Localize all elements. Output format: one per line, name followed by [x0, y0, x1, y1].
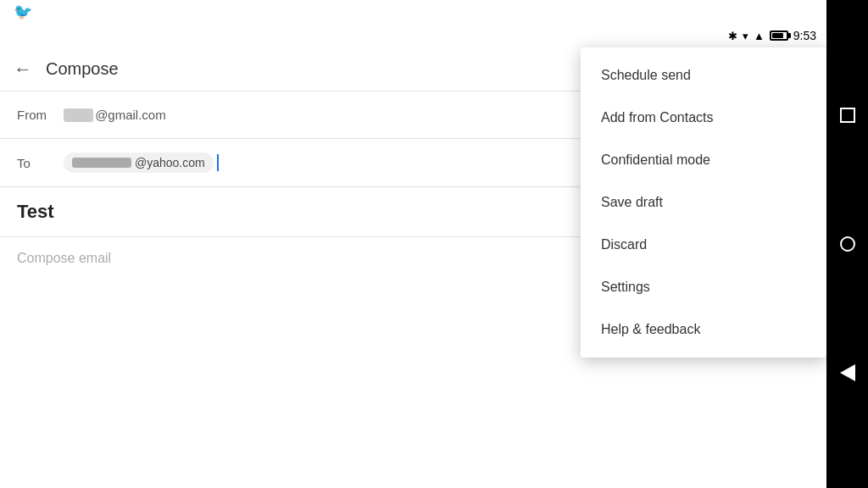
to-domain: @yahoo.com: [135, 156, 205, 169]
menu-item-schedule-send[interactable]: Schedule send: [581, 54, 826, 97]
battery-icon: [770, 30, 788, 41]
menu-item-save-draft[interactable]: Save draft: [581, 181, 826, 224]
from-blurred: [64, 108, 93, 122]
recents-button[interactable]: [839, 107, 856, 124]
status-time: 9:53: [793, 29, 816, 42]
to-label: To: [17, 156, 64, 170]
subject-text[interactable]: Test: [17, 201, 54, 222]
signal-icon: ▲: [754, 30, 765, 42]
menu-item-settings[interactable]: Settings: [581, 266, 826, 308]
compose-title: Compose: [46, 59, 119, 79]
android-nav-bar: [826, 0, 868, 488]
body-placeholder[interactable]: Compose email: [17, 251, 111, 265]
status-bar: ✱ ▾ ▲ 9:53: [0, 24, 826, 47]
wifi-icon: ▾: [743, 30, 748, 42]
menu-item-discard[interactable]: Discard: [581, 224, 826, 266]
dropdown-menu: Schedule sendAdd from ContactsConfidenti…: [581, 47, 826, 358]
menu-item-help-feedback[interactable]: Help & feedback: [581, 308, 826, 351]
main-screen: 🐦 ✱ ▾ ▲ 9:53 ← Compose From @gmail.com T…: [0, 0, 826, 488]
from-label: From: [17, 108, 64, 122]
to-blurred: [72, 158, 131, 168]
bluetooth-icon: ✱: [728, 30, 737, 42]
menu-item-confidential-mode[interactable]: Confidential mode: [581, 139, 826, 181]
home-button[interactable]: [839, 236, 856, 252]
back-nav-button[interactable]: [839, 364, 856, 381]
twitter-icon: 🐦: [14, 3, 32, 21]
to-chip[interactable]: @yahoo.com: [64, 152, 214, 173]
menu-item-add-from-contacts[interactable]: Add from Contacts: [581, 97, 826, 139]
text-cursor: [217, 154, 219, 171]
back-button[interactable]: ←: [14, 58, 32, 80]
twitter-bar: 🐦: [0, 0, 826, 24]
from-domain: @gmail.com: [95, 108, 166, 122]
